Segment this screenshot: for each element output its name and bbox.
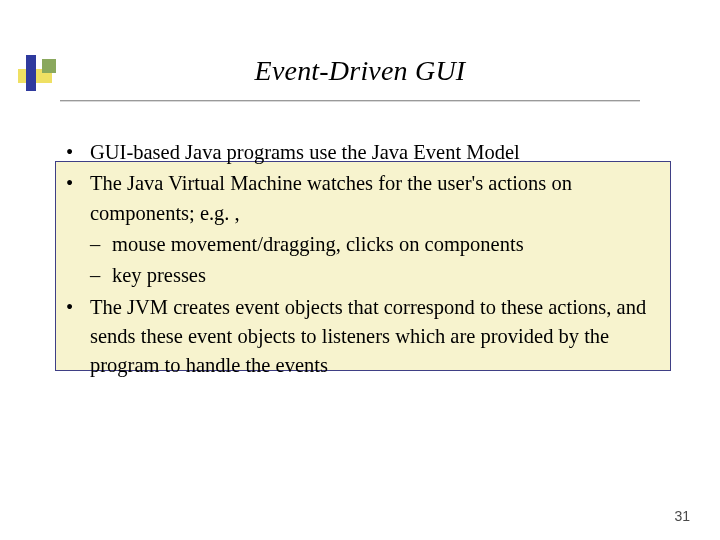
title-underline <box>60 100 640 102</box>
slide-title: Event-Driven GUI <box>0 55 720 87</box>
bullet-level-2: key presses <box>66 261 676 290</box>
bullet-level-1: GUI-based Java programs use the Java Eve… <box>66 138 676 167</box>
bullet-level-1: The JVM creates event objects that corre… <box>66 293 676 381</box>
slide: Event-Driven GUI GUI-based Java programs… <box>0 0 720 540</box>
body-text: GUI-based Java programs use the Java Eve… <box>66 138 676 383</box>
bullet-level-2: mouse movement/dragging, clicks on compo… <box>66 230 676 259</box>
page-number: 31 <box>674 508 690 524</box>
bullet-level-1: The Java Virtual Machine watches for the… <box>66 169 676 228</box>
